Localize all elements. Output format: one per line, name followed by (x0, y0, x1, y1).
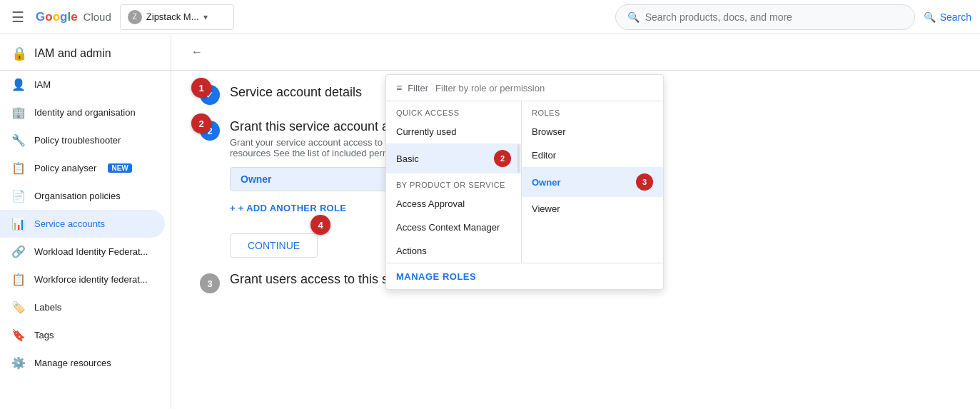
sidebar-label-identity: Identity and organisation (34, 107, 136, 118)
dropdown-item-access-context-manager[interactable]: Access Context Manager (386, 216, 521, 239)
troubleshooter-icon: 🔧 (11, 133, 26, 147)
anno-basic: 2 (494, 150, 511, 167)
basic-label: Basic (396, 153, 419, 164)
dropdown-footer: MANAGE ROLES (386, 263, 663, 289)
iam-icon: 👤 (11, 78, 26, 91)
sidebar-title: IAM and admin (34, 47, 111, 60)
quick-access-label: Quick access (386, 101, 521, 120)
sidebar-item-identity-org[interactable]: 🏢 Identity and organisation (0, 99, 165, 126)
project-name: Zipstack M... (146, 11, 199, 22)
main-content: ← ✓ 1 Service account details 2 2 (171, 34, 980, 409)
sidebar-item-service-accounts[interactable]: 📊 Service accounts (0, 210, 165, 238)
dropdown-item-basic[interactable]: Basic 2 (386, 143, 521, 173)
labels-icon: 🏷️ (11, 301, 26, 314)
dropdown-item-editor[interactable]: Editor (522, 143, 663, 167)
step1-title: Service account details (230, 85, 362, 100)
project-icon: Z (128, 10, 142, 24)
dropdown-item-actions[interactable]: Actions (386, 239, 521, 263)
dropdown-item-currently-used[interactable]: Currently used (386, 120, 521, 143)
step3-circle: 3 (200, 273, 220, 293)
dropdown-item-browser[interactable]: Browser (522, 120, 663, 143)
project-selector[interactable]: Z Zipstack M... ▾ (120, 4, 234, 30)
dropdown-left: Quick access Currently used Basic 2 By p… (386, 101, 522, 263)
anno-2: 2 (191, 113, 211, 133)
sidebar-label-analyser: Policy analyser (34, 163, 96, 173)
continue-button[interactable]: CONTINUE (230, 233, 318, 258)
by-product-label: By product or service (386, 173, 521, 192)
sidebar-item-labels[interactable]: 🏷️ Labels (0, 293, 165, 321)
anno-1: 1 (191, 78, 211, 98)
sidebar-label-troubleshooter: Policy troubleshooter (34, 135, 121, 146)
dropdown-item-owner[interactable]: Owner 3 (522, 167, 663, 197)
sidebar-item-policy-analyser[interactable]: 📋 Policy analyser NEW (0, 154, 165, 182)
dropdown-item-access-approval[interactable]: Access Approval (386, 192, 521, 216)
search-button[interactable]: 🔍 Search (924, 11, 971, 23)
continue-wrapper: CONTINUE 4 (230, 225, 318, 258)
dropdown-right: Roles Browser Editor Owner 3 Viewer (522, 101, 663, 263)
sidebar-header: 🔒 IAM and admin (0, 34, 171, 71)
sidebar-item-iam[interactable]: 👤 IAM (0, 71, 165, 99)
sidebar-header-icon: 🔒 (11, 46, 27, 61)
analyser-icon: 📋 (11, 161, 26, 175)
tags-icon: 🔖 (11, 328, 26, 342)
search-bar[interactable]: 🔍 (615, 4, 915, 30)
workforce-icon: 📋 (11, 273, 26, 286)
google-cloud-logo: Google Cloud (36, 10, 111, 24)
owner-label: Owner (532, 177, 560, 188)
service-accounts-icon: 📊 (11, 217, 26, 231)
sidebar-label-labels: Labels (34, 302, 61, 313)
sidebar-item-tags[interactable]: 🔖 Tags (0, 321, 165, 349)
search-icon: 🔍 (627, 11, 640, 23)
manage-roles-button[interactable]: MANAGE ROLES (396, 271, 476, 282)
step1-content: Service account details (230, 85, 362, 100)
scroll-indicator (517, 144, 520, 173)
add-role-label: + ADD ANOTHER ROLE (238, 203, 346, 213)
sidebar: 🔒 IAM and admin 👤 IAM 🏢 Identity and org… (0, 34, 171, 409)
search-btn-icon: 🔍 (924, 11, 936, 23)
dropdown-item-viewer[interactable]: Viewer (522, 197, 663, 221)
roles-label: Roles (522, 101, 663, 120)
dropdown-body: Quick access Currently used Basic 2 By p… (386, 101, 663, 263)
filter-input[interactable] (435, 83, 653, 94)
org-policies-icon: 📄 (11, 189, 26, 203)
project-dropdown-icon: ▾ (203, 12, 208, 22)
anno-4: 4 (310, 215, 330, 235)
sidebar-item-policy-troubleshooter[interactable]: 🔧 Policy troubleshooter (0, 126, 165, 154)
sidebar-item-manage-resources[interactable]: ⚙️ Manage resources (0, 349, 165, 377)
anno-owner: 3 (636, 173, 653, 191)
sidebar-item-workload-identity[interactable]: 🔗 Workload Identity Federat... (0, 238, 165, 266)
manage-resources-icon: ⚙️ (11, 356, 26, 370)
filter-icon: ≡ (396, 82, 402, 94)
page-header: ← (171, 34, 980, 71)
filter-label-prefix: Filter (408, 83, 428, 94)
sidebar-label-tags: Tags (34, 330, 54, 340)
sidebar-label-manage-resources: Manage resources (34, 358, 111, 368)
menu-icon[interactable]: ☰ (9, 6, 27, 29)
sidebar-label-iam: IAM (34, 79, 51, 90)
layout: 🔒 IAM and admin 👤 IAM 🏢 Identity and org… (0, 34, 980, 409)
workload-icon: 🔗 (11, 245, 26, 258)
role-value: Owner (241, 173, 272, 185)
topbar: ☰ Google Cloud Z Zipstack M... ▾ 🔍 🔍 Sea… (0, 0, 980, 34)
sidebar-item-org-policies[interactable]: 📄 Organisation policies (0, 182, 165, 210)
dropdown-filter: ≡ Filter (386, 75, 663, 101)
sidebar-label-org-policies: Organisation policies (34, 191, 121, 201)
search-input[interactable] (645, 11, 903, 23)
dropdown-overlay: ≡ Filter Quick access Currently used Bas… (385, 74, 664, 290)
new-badge: NEW (108, 163, 131, 173)
identity-icon: 🏢 (11, 106, 26, 119)
sidebar-label-workload: Workload Identity Federat... (34, 246, 148, 257)
sidebar-item-workforce-identity[interactable]: 📋 Workforce identity federat... (0, 266, 165, 293)
add-icon: + (230, 203, 236, 213)
sidebar-label-service-accounts: Service accounts (34, 218, 105, 229)
back-button[interactable]: ← (188, 43, 206, 61)
sidebar-label-workforce: Workforce identity federat... (34, 274, 148, 285)
